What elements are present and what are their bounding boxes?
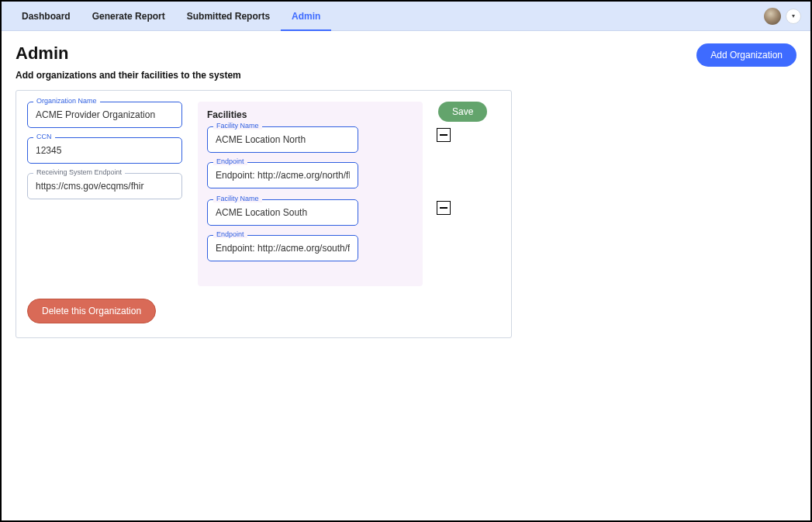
receiving-endpoint-label: Receiving System Endpoint (33, 168, 125, 176)
avatar[interactable] (764, 8, 781, 25)
facility-name-label-1: Facility Name (213, 195, 262, 202)
add-organization-button[interactable]: Add Organization (696, 43, 796, 67)
facility-remove-button-1[interactable] (437, 201, 451, 215)
facility-name-input-1[interactable] (207, 199, 358, 226)
save-button[interactable]: Save (438, 102, 487, 122)
organization-card: Organization Name CCN Receiving System E… (16, 90, 512, 338)
facility-endpoint-input-0[interactable] (207, 162, 358, 188)
facility-block-0: Facility Name Endpoint (207, 126, 413, 188)
nav-tabs: Dashboard Generate Report Submitted Repo… (11, 2, 331, 31)
facility-block-1: Facility Name Endpoint (207, 199, 413, 261)
receiving-endpoint-input[interactable] (27, 173, 182, 199)
facility-remove-button-0[interactable] (437, 128, 451, 142)
tab-dashboard[interactable]: Dashboard (11, 2, 81, 31)
tab-submitted-reports[interactable]: Submitted Reports (176, 2, 281, 31)
top-nav: Dashboard Generate Report Submitted Repo… (2, 2, 810, 31)
facility-name-label-0: Facility Name (213, 122, 262, 130)
page-subtitle: Add organizations and their facilities t… (16, 70, 241, 81)
ccn-label: CCN (33, 133, 55, 140)
minus-icon (440, 207, 447, 209)
organization-fields: Organization Name CCN Receiving System E… (27, 102, 182, 209)
minus-icon (440, 134, 447, 136)
tab-generate-report[interactable]: Generate Report (81, 2, 176, 31)
facility-name-input-0[interactable] (207, 126, 358, 153)
facility-endpoint-input-1[interactable] (207, 235, 358, 261)
user-menu-caret[interactable]: ▾ (786, 9, 801, 24)
delete-organization-button[interactable]: Delete this Organization (27, 299, 156, 323)
facility-endpoint-label-0: Endpoint (213, 157, 247, 165)
facility-endpoint-label-1: Endpoint (213, 230, 247, 238)
org-name-label: Organization Name (33, 97, 100, 105)
tab-admin[interactable]: Admin (281, 2, 331, 31)
facilities-title: Facilities (207, 109, 413, 120)
facilities-column: Facilities Facility Name Endpoint (198, 102, 423, 286)
ccn-input[interactable] (27, 137, 182, 164)
org-name-input[interactable] (27, 102, 182, 128)
page-title: Admin (16, 43, 241, 64)
